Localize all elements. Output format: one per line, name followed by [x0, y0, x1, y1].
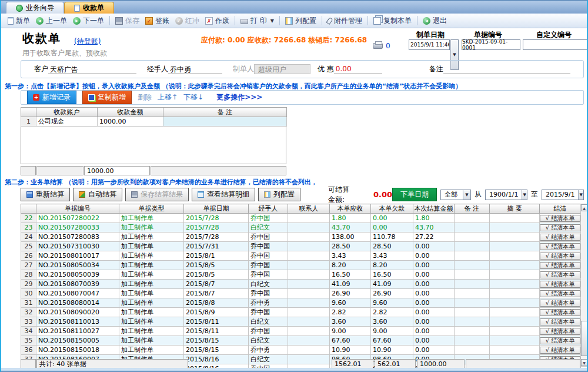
- settle-doc-button[interactable]: √ 结清本单: [540, 234, 580, 241]
- status-link[interactable]: (待登账): [74, 36, 101, 46]
- view-settle-detail-button[interactable]: 查看结算明细: [192, 188, 255, 201]
- exit-button[interactable]: ◂退出: [420, 15, 450, 27]
- scrollbar-thumb[interactable]: [581, 321, 587, 356]
- from-date-select[interactable]: 1900/1/1▼: [485, 190, 527, 200]
- col-header-4[interactable]: 联系人: [288, 204, 330, 214]
- col-header-9[interactable]: 摘 要: [490, 204, 540, 214]
- remark-field[interactable]: [443, 65, 570, 74]
- post-ledger-button[interactable]: ✓登账: [142, 15, 172, 27]
- settle-doc-button[interactable]: √ 结清本单: [540, 224, 580, 231]
- move-down-link[interactable]: 下移↓: [183, 92, 203, 102]
- custom-code-input[interactable]: [523, 39, 587, 50]
- settle-doc-button[interactable]: √ 结清本单: [540, 271, 580, 278]
- auto-settle-icon: [79, 191, 85, 198]
- grid-column-config-button[interactable]: 列配置: [258, 188, 300, 201]
- account-col-header[interactable]: 收款账户: [36, 108, 98, 117]
- new-doc-button[interactable]: 新单: [5, 15, 33, 27]
- table-row[interactable]: 22NO.201507280022加工制作单2015/7/28乔中国1.800.…: [21, 214, 581, 223]
- settle-doc-button[interactable]: √ 结清本单: [540, 290, 580, 297]
- table-row[interactable]: 31NO.201508080014加工制作单2015/8/8乔中勇9.609.6…: [21, 298, 581, 308]
- table-row[interactable]: 29NO.201508070039加工制作单2015/8/7白纪文41.0941…: [21, 280, 581, 289]
- discount-field[interactable]: 0.00: [334, 65, 382, 74]
- to-date-caret[interactable]: ▼: [578, 190, 583, 200]
- scroll-down-button[interactable]: ▼: [581, 359, 587, 366]
- column-config-button[interactable]: 列配置: [282, 15, 319, 27]
- table-row[interactable]: 24NO.201507280083加工制作单2015/7/28乔中国138.00…: [21, 232, 581, 242]
- more-actions-link[interactable]: 更多操作>>>: [216, 92, 262, 102]
- amount-col-header[interactable]: 收款金额: [98, 108, 163, 117]
- tab-business-wizard[interactable]: 业务向导: [6, 2, 64, 14]
- doc-date-combo[interactable]: 2015/9/1 11:46:48: [409, 39, 450, 50]
- delete-row-link[interactable]: 删除: [138, 92, 152, 102]
- col-header-1[interactable]: 单据类型: [119, 204, 184, 214]
- settle-doc-button[interactable]: √ 结清本单: [540, 300, 580, 307]
- auto-settle-button[interactable]: 自动结算: [73, 188, 122, 201]
- row-number: 24: [21, 232, 36, 242]
- settle-doc-button[interactable]: √ 结清本单: [540, 243, 580, 250]
- to-date-select[interactable]: 2015/9/1▼: [542, 190, 584, 200]
- prev-doc-button[interactable]: ◂上一单: [33, 15, 70, 27]
- settle-doc-button[interactable]: √ 结清本单: [540, 253, 580, 260]
- col-header-10[interactable]: 结清: [540, 204, 581, 214]
- cell-owed: 2.82: [371, 308, 413, 317]
- attachment-button[interactable]: 附件管理: [325, 15, 365, 27]
- table-row[interactable]: 30NO.201508070047加工制作单2015/8/7乔中国26.9026…: [21, 289, 581, 298]
- doc-code-field[interactable]: SKD-2015-09-01-0001: [462, 39, 520, 50]
- settle-doc-button[interactable]: √ 结清本单: [540, 215, 580, 222]
- table-row[interactable]: 33NO.201508110013加工制作单2015/8/11白纪文3.603.…: [21, 317, 581, 327]
- save-button[interactable]: 保存: [112, 15, 142, 27]
- add-icon: +: [33, 94, 39, 101]
- void-button[interactable]: ✗作废: [202, 15, 232, 27]
- save-settle-button[interactable]: 保存结算结果: [125, 188, 189, 201]
- cell-amount[interactable]: 1000.00: [98, 117, 163, 127]
- col-header-7[interactable]: 本次结算金额: [413, 204, 455, 214]
- table-scrollbar[interactable]: ▲ ▼: [580, 204, 588, 367]
- table-row[interactable]: 34NO.201508110027加工制作单2015/8/11乔中国9.009.…: [21, 327, 581, 336]
- table-row[interactable]: 32NO.201508090020加工制作单2015/8/9乔中国2.822.8…: [21, 308, 581, 317]
- scroll-up-button[interactable]: ▲: [581, 204, 587, 211]
- table-row[interactable]: 28NO.201508050039加工制作单2015/8/5乔中国16.5016…: [21, 270, 581, 280]
- settle-doc-button[interactable]: √ 结清本单: [540, 262, 580, 269]
- filter-dropdown-caret[interactable]: ▼: [463, 190, 470, 200]
- cell-remark[interactable]: [163, 117, 287, 127]
- settlement-table-wrap: 单据编号单据类型单据日期经手人联系人本单应收本单欠款本次结算金额备 注摘 要结清…: [21, 204, 581, 372]
- settle-doc-button[interactable]: √ 结清本单: [540, 309, 580, 316]
- col-header-6[interactable]: 本单欠款: [371, 204, 413, 214]
- table-row[interactable]: 25NO.201507310030加工制作单2015/7/31乔中国28.502…: [21, 242, 581, 251]
- col-header-5[interactable]: 本单应收: [330, 204, 371, 214]
- order-date-button[interactable]: 下单日期: [392, 188, 437, 201]
- remark-col-header[interactable]: 备 注: [163, 108, 287, 117]
- settle-doc-button[interactable]: √ 结清本单: [540, 337, 580, 344]
- col-header-0[interactable]: 单据编号: [36, 204, 119, 214]
- add-record-button[interactable]: + 新增记录: [27, 91, 76, 104]
- settle-doc-button[interactable]: √ 结清本单: [540, 347, 580, 354]
- recalc-button[interactable]: 重新结算: [21, 188, 70, 201]
- print-count-widget[interactable]: 0: [373, 42, 390, 50]
- copy-add-button[interactable]: 复制新增: [82, 91, 132, 104]
- next-doc-button[interactable]: ▸下一单: [70, 15, 107, 27]
- tab-receipt-form[interactable]: 收款单: [64, 2, 114, 14]
- settle-doc-button[interactable]: √ 结清本单: [540, 281, 580, 288]
- doc-code-value: SKD-2015-09-01-0001: [462, 39, 520, 51]
- copy-doc-button[interactable]: 复制本单: [370, 15, 415, 27]
- cell-type: 加工制作单: [119, 280, 184, 289]
- red-flush-button[interactable]: ✓红冲: [172, 15, 202, 27]
- customer-field[interactable]: 天桥广告: [48, 65, 136, 74]
- print-button[interactable]: 打 印▼: [238, 15, 277, 27]
- col-header-3[interactable]: 经手人: [249, 204, 288, 214]
- table-row[interactable]: 35NO.201508150005加工制作单2015/8/15白纪文67.606…: [21, 336, 581, 346]
- settle-doc-button[interactable]: √ 结清本单: [540, 318, 580, 326]
- table-row[interactable]: 23NO.201507280033加工制作单2015/7/28白纪文43.700…: [21, 223, 581, 232]
- table-row[interactable]: 36NO.201508150018加工制作单2015/8/15乔中勇10.901…: [21, 346, 581, 355]
- filter-select[interactable]: 全部▼: [440, 190, 471, 200]
- from-date-caret[interactable]: ▼: [522, 190, 527, 200]
- settle-doc-button[interactable]: √ 结清本单: [540, 328, 580, 335]
- table-row[interactable]: 26NO.201508010017加工制作单2015/8/1乔中国3.433.4…: [21, 251, 581, 261]
- handler-field[interactable]: 乔中勇: [168, 65, 222, 74]
- col-header-2[interactable]: 单据日期: [184, 204, 249, 214]
- table-row[interactable]: 27NO.201508050034加工制作单2015/8/5乔中国8.208.2…: [21, 261, 581, 270]
- payment-row[interactable]: 1 公司现金 1000.00: [21, 117, 287, 127]
- cell-account[interactable]: 公司现金: [36, 117, 98, 127]
- move-up-link[interactable]: 上移↑: [158, 92, 178, 102]
- col-header-8[interactable]: 备 注: [455, 204, 490, 214]
